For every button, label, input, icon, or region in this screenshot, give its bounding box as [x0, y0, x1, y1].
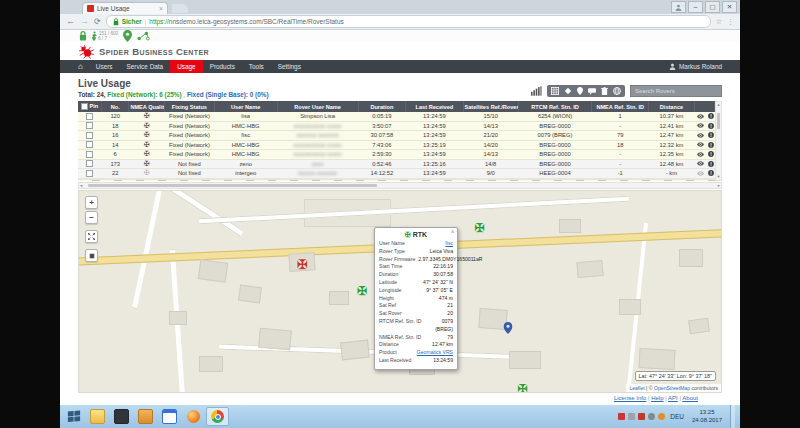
zoom-out-button[interactable]: −	[85, 211, 98, 224]
api-link[interactable]: API	[668, 395, 678, 401]
fit-extent-button[interactable]	[85, 230, 98, 243]
nav-item-users[interactable]: Users	[89, 60, 120, 73]
license-info-link[interactable]: License Info	[614, 395, 646, 401]
select-all-checkbox[interactable]	[81, 103, 88, 110]
table-row[interactable]: 6 ✠ Fixed (Network) HMC-HBG xxxxxxxxxxx …	[78, 150, 715, 160]
about-link[interactable]: About	[682, 395, 698, 401]
tray-icon-4[interactable]	[648, 413, 655, 420]
window-maximize-button[interactable]: ▢	[705, 1, 720, 13]
scroll-left-arrow[interactable]: ◂	[80, 183, 82, 188]
table-row[interactable]: 120 ✠ Fixed (Network) lisa Simpson Lisa …	[78, 112, 715, 121]
taskbar-file-explorer[interactable]	[86, 407, 109, 426]
message-icon[interactable]	[708, 132, 714, 138]
diamond-icon[interactable]	[564, 87, 572, 95]
tray-icon-5[interactable]	[658, 413, 665, 420]
osm-link[interactable]: OpenStreetMap	[654, 385, 690, 391]
taskbar-firefox[interactable]	[182, 407, 205, 426]
scroll-right-arrow[interactable]: ▸	[718, 183, 720, 188]
layers-button[interactable]	[85, 249, 98, 262]
header-distance[interactable]: Distance	[649, 101, 694, 112]
browser-menu-icon[interactable]: ⋮	[727, 18, 734, 26]
grid-icon[interactable]	[551, 87, 559, 95]
keyboard-language[interactable]: DEU	[670, 413, 684, 420]
browser-profile-icon[interactable]	[671, 1, 686, 13]
header-satellites[interactable]: Satellites Ref./Rover	[463, 101, 518, 112]
map[interactable]: + − × ✠ RTK User N	[78, 190, 722, 393]
window-minimize-button[interactable]: –	[688, 1, 703, 13]
row-checkbox[interactable]	[86, 141, 93, 148]
popup-close-icon[interactable]: ×	[451, 229, 455, 235]
start-button[interactable]	[63, 407, 85, 426]
bookmark-star-icon[interactable]: ☆	[716, 18, 722, 26]
rover-cross-marker[interactable]: ✠	[357, 285, 367, 297]
table-row[interactable]: 18 ✠ Fixed (Network) HMC-HBG xxxxxxxxxxx…	[78, 121, 715, 131]
table-horizontal-scrollbar[interactable]: ◂ ▸	[78, 182, 722, 189]
row-checkbox[interactable]	[86, 132, 93, 139]
globe-icon[interactable]	[613, 87, 621, 95]
message-icon[interactable]	[708, 113, 714, 119]
horizontal-scroll-thumb[interactable]	[88, 184, 377, 187]
user-menu[interactable]: Markus Roland	[669, 63, 722, 70]
nav-item-settings[interactable]: Settings	[271, 60, 308, 73]
scroll-down-arrow[interactable]: ▼	[716, 174, 721, 180]
row-checkbox[interactable]	[86, 160, 93, 167]
help-link[interactable]: Help	[651, 395, 663, 401]
view-on-map-icon[interactable]	[697, 114, 704, 119]
header-rover-user-name[interactable]: Rover User Name	[277, 101, 358, 112]
window-close-button[interactable]: ✕	[722, 1, 737, 13]
vertical-scroll-thumb[interactable]	[717, 113, 720, 129]
reload-icon[interactable]: ⟳	[94, 17, 101, 26]
back-icon[interactable]: ←	[66, 17, 75, 26]
header-fixing-status[interactable]: Fixing Status	[165, 101, 215, 112]
header-last-received[interactable]: Last Received	[406, 101, 463, 112]
header-rtcm-ref[interactable]: RTCM Ref. Stn. ID	[518, 101, 591, 112]
leaflet-link[interactable]: Leaflet	[629, 385, 644, 391]
header-nmea-quality[interactable]: NMEA Quality	[129, 101, 165, 112]
search-rovers-input[interactable]	[630, 85, 722, 97]
browser-tab[interactable]: Live Usage ×	[82, 2, 168, 14]
network-links-button[interactable]	[137, 31, 150, 41]
rover-cross-marker[interactable]: ✠	[297, 257, 308, 270]
taskbar-chrome-active[interactable]	[206, 407, 229, 426]
rover-cross-marker[interactable]: ✠	[518, 383, 528, 393]
row-checkbox[interactable]	[86, 113, 93, 120]
header-pin[interactable]: Pin	[78, 101, 102, 112]
view-on-map-icon[interactable]	[697, 133, 704, 138]
taskbar-app-2[interactable]	[134, 407, 157, 426]
popup-row-value[interactable]: fisc	[408, 240, 453, 248]
base-pin-marker[interactable]	[504, 321, 513, 337]
tray-icon-2[interactable]	[628, 413, 635, 420]
view-on-map-icon[interactable]	[697, 152, 704, 157]
header-user-name[interactable]: User Name	[214, 101, 277, 112]
view-on-map-icon[interactable]	[697, 171, 704, 176]
view-on-map-icon[interactable]	[697, 142, 704, 147]
taskbar-app-1[interactable]	[110, 407, 133, 426]
rover-cross-marker[interactable]: ✠	[475, 222, 485, 234]
nav-item-products[interactable]: Products	[203, 60, 242, 73]
nav-item-usage[interactable]: Usage	[170, 60, 202, 73]
table-row[interactable]: 22 ✠ Not fixed intergeo xxxxxx xxxxxxx 1…	[78, 169, 715, 179]
header-no[interactable]: No.	[102, 101, 129, 112]
nav-item-service-data[interactable]: Service Data	[120, 60, 171, 73]
zoom-in-button[interactable]: +	[85, 196, 98, 209]
map-pin-icon[interactable]	[577, 87, 583, 95]
view-on-map-icon[interactable]	[697, 161, 704, 166]
table-row[interactable]: 14 ✠ Fixed (Network) HMC-HBG xxxxxxxxxxx…	[78, 140, 715, 150]
table-row[interactable]: 16 ✠ Fixed (Network) fisc xxxxxxx xxxxxx…	[78, 131, 715, 141]
row-checkbox[interactable]	[86, 151, 93, 158]
taskbar-clock[interactable]: 13:2524.08.2017	[689, 409, 725, 424]
table-row[interactable]: 173 ✠ Not fixed zeno xxxx 0:52:46 13:25:…	[78, 159, 715, 169]
message-icon[interactable]	[708, 142, 714, 148]
header-duration[interactable]: Duration	[358, 101, 406, 112]
tab-close-icon[interactable]: ×	[159, 5, 163, 12]
view-on-map-icon[interactable]	[697, 123, 704, 128]
scroll-up-arrow[interactable]: ▲	[716, 102, 721, 108]
row-checkbox[interactable]	[86, 122, 93, 129]
message-icon[interactable]	[708, 123, 714, 129]
message-icon[interactable]	[708, 161, 714, 167]
chat-icon[interactable]	[588, 88, 596, 95]
message-icon[interactable]	[708, 151, 714, 157]
home-icon[interactable]: ⌂	[78, 60, 89, 73]
url-bar[interactable]: Sicher | https://nnsdemo.leica-geosystem…	[106, 15, 711, 28]
trash-icon[interactable]	[601, 87, 608, 95]
